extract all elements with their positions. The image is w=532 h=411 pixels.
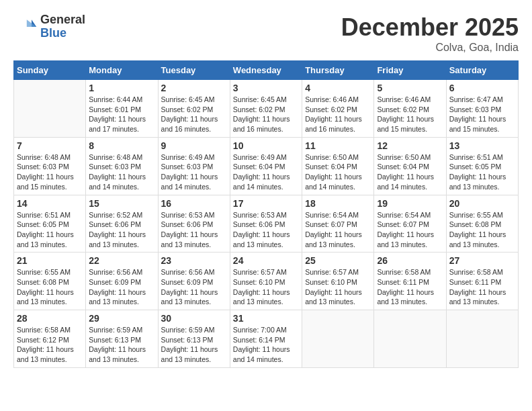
calendar-day: 29Sunrise: 6:59 AMSunset: 6:13 PMDayligh… — [86, 310, 158, 368]
calendar-day: 12Sunrise: 6:50 AMSunset: 6:04 PMDayligh… — [374, 137, 446, 195]
day-number: 19 — [377, 198, 443, 209]
calendar-day: 1Sunrise: 6:44 AMSunset: 6:01 PMDaylight… — [86, 80, 158, 138]
calendar-day: 3Sunrise: 6:45 AMSunset: 6:02 PMDaylight… — [230, 80, 302, 138]
header-monday: Monday — [86, 61, 158, 80]
day-info: Sunrise: 6:59 AMSunset: 6:13 PMDaylight:… — [89, 325, 154, 365]
logo-blue: Blue — [40, 26, 66, 40]
day-number: 24 — [233, 255, 299, 266]
day-info: Sunrise: 6:51 AMSunset: 6:05 PMDaylight:… — [449, 152, 515, 192]
header-tuesday: Tuesday — [158, 61, 230, 80]
day-number: 5 — [377, 83, 443, 93]
calendar-day: 24Sunrise: 6:57 AMSunset: 6:10 PMDayligh… — [230, 253, 302, 310]
day-info: Sunrise: 6:50 AMSunset: 6:04 PMDaylight:… — [377, 152, 443, 192]
day-number: 8 — [89, 140, 154, 151]
header-wednesday: Wednesday — [230, 61, 302, 80]
day-number: 29 — [89, 313, 154, 324]
day-info: Sunrise: 6:58 AMSunset: 6:11 PMDaylight:… — [449, 267, 515, 307]
calendar-day: 2Sunrise: 6:45 AMSunset: 6:02 PMDaylight… — [158, 80, 230, 138]
logo-general: General — [40, 13, 85, 26]
calendar-day: 5Sunrise: 6:46 AMSunset: 6:02 PMDaylight… — [374, 80, 446, 138]
day-info: Sunrise: 6:48 AMSunset: 6:03 PMDaylight:… — [89, 152, 154, 192]
day-number: 3 — [233, 83, 299, 93]
day-info: Sunrise: 6:51 AMSunset: 6:05 PMDaylight:… — [17, 210, 83, 250]
calendar-day: 10Sunrise: 6:49 AMSunset: 6:04 PMDayligh… — [230, 137, 302, 195]
day-number: 23 — [161, 255, 227, 266]
calendar-day: 6Sunrise: 6:47 AMSunset: 6:03 PMDaylight… — [446, 80, 518, 138]
day-info: Sunrise: 6:53 AMSunset: 6:06 PMDaylight:… — [161, 210, 227, 250]
calendar-day: 16Sunrise: 6:53 AMSunset: 6:06 PMDayligh… — [158, 195, 230, 253]
header-friday: Friday — [374, 61, 446, 80]
day-number: 1 — [89, 83, 154, 93]
calendar-day: 18Sunrise: 6:54 AMSunset: 6:07 PMDayligh… — [302, 195, 374, 253]
calendar-day: 27Sunrise: 6:58 AMSunset: 6:11 PMDayligh… — [446, 253, 518, 310]
header-sunday: Sunday — [14, 61, 86, 80]
day-info: Sunrise: 6:56 AMSunset: 6:09 PMDaylight:… — [89, 267, 154, 307]
day-info: Sunrise: 6:45 AMSunset: 6:02 PMDaylight:… — [233, 95, 299, 134]
calendar-day: 11Sunrise: 6:50 AMSunset: 6:04 PMDayligh… — [302, 137, 374, 195]
day-number: 9 — [161, 140, 227, 151]
day-number: 16 — [161, 198, 227, 209]
calendar-day: 26Sunrise: 6:58 AMSunset: 6:11 PMDayligh… — [374, 253, 446, 310]
calendar-day: 13Sunrise: 6:51 AMSunset: 6:05 PMDayligh… — [446, 137, 518, 195]
month-title: December 2025 — [341, 13, 519, 42]
day-info: Sunrise: 6:52 AMSunset: 6:06 PMDaylight:… — [89, 210, 154, 250]
calendar-day — [302, 310, 374, 368]
calendar-day: 21Sunrise: 6:55 AMSunset: 6:08 PMDayligh… — [14, 253, 86, 310]
calendar-week-2: 7Sunrise: 6:48 AMSunset: 6:03 PMDaylight… — [14, 137, 519, 195]
calendar-day: 19Sunrise: 6:54 AMSunset: 6:07 PMDayligh… — [374, 195, 446, 253]
calendar-day: 25Sunrise: 6:57 AMSunset: 6:10 PMDayligh… — [302, 253, 374, 310]
calendar-day: 28Sunrise: 6:58 AMSunset: 6:12 PMDayligh… — [14, 310, 86, 368]
day-number: 27 — [449, 255, 515, 266]
header-saturday: Saturday — [446, 61, 518, 80]
calendar-day: 14Sunrise: 6:51 AMSunset: 6:05 PMDayligh… — [14, 195, 86, 253]
calendar-day: 15Sunrise: 6:52 AMSunset: 6:06 PMDayligh… — [86, 195, 158, 253]
calendar-day: 22Sunrise: 6:56 AMSunset: 6:09 PMDayligh… — [86, 253, 158, 310]
calendar-day: 31Sunrise: 7:00 AMSunset: 6:14 PMDayligh… — [230, 310, 302, 368]
calendar-day: 9Sunrise: 6:49 AMSunset: 6:03 PMDaylight… — [158, 137, 230, 195]
day-info: Sunrise: 6:49 AMSunset: 6:04 PMDaylight:… — [233, 152, 299, 192]
day-number: 30 — [161, 313, 227, 324]
calendar-day — [446, 310, 518, 368]
day-info: Sunrise: 6:59 AMSunset: 6:13 PMDaylight:… — [161, 325, 227, 365]
day-number: 20 — [449, 198, 515, 209]
page-header: General Blue December 2025 Colva, Goa, I… — [13, 13, 519, 54]
calendar-day: 30Sunrise: 6:59 AMSunset: 6:13 PMDayligh… — [158, 310, 230, 368]
day-info: Sunrise: 6:46 AMSunset: 6:02 PMDaylight:… — [305, 95, 371, 134]
day-info: Sunrise: 6:55 AMSunset: 6:08 PMDaylight:… — [17, 267, 83, 307]
day-number: 11 — [305, 140, 371, 151]
calendar-day: 23Sunrise: 6:56 AMSunset: 6:09 PMDayligh… — [158, 253, 230, 310]
day-number: 17 — [233, 198, 299, 209]
day-number: 6 — [449, 83, 515, 93]
day-info: Sunrise: 6:48 AMSunset: 6:03 PMDaylight:… — [17, 152, 83, 192]
day-number: 25 — [305, 255, 371, 266]
calendar-day: 4Sunrise: 6:46 AMSunset: 6:02 PMDaylight… — [302, 80, 374, 138]
header-thursday: Thursday — [302, 61, 374, 80]
day-number: 2 — [161, 83, 227, 93]
day-info: Sunrise: 6:57 AMSunset: 6:10 PMDaylight:… — [305, 267, 371, 307]
day-info: Sunrise: 6:50 AMSunset: 6:04 PMDaylight:… — [305, 152, 371, 192]
day-info: Sunrise: 6:44 AMSunset: 6:01 PMDaylight:… — [89, 95, 154, 134]
day-number: 13 — [449, 140, 515, 151]
day-info: Sunrise: 6:47 AMSunset: 6:03 PMDaylight:… — [449, 95, 515, 134]
calendar-day: 17Sunrise: 6:53 AMSunset: 6:06 PMDayligh… — [230, 195, 302, 253]
day-number: 15 — [89, 198, 154, 209]
day-info: Sunrise: 6:56 AMSunset: 6:09 PMDaylight:… — [161, 267, 227, 307]
calendar-day: 20Sunrise: 6:55 AMSunset: 6:08 PMDayligh… — [446, 195, 518, 253]
calendar-week-1: 1Sunrise: 6:44 AMSunset: 6:01 PMDaylight… — [14, 80, 519, 138]
title-block: December 2025 Colva, Goa, India — [341, 13, 519, 54]
calendar-day: 8Sunrise: 6:48 AMSunset: 6:03 PMDaylight… — [86, 137, 158, 195]
day-info: Sunrise: 6:45 AMSunset: 6:02 PMDaylight:… — [161, 95, 227, 134]
day-info: Sunrise: 6:46 AMSunset: 6:02 PMDaylight:… — [377, 95, 443, 134]
day-info: Sunrise: 6:54 AMSunset: 6:07 PMDaylight:… — [305, 210, 371, 250]
day-number: 18 — [305, 198, 371, 209]
calendar-week-5: 28Sunrise: 6:58 AMSunset: 6:12 PMDayligh… — [14, 310, 519, 368]
day-number: 31 — [233, 313, 299, 324]
day-number: 14 — [17, 198, 83, 209]
logo-icon — [13, 15, 38, 39]
day-info: Sunrise: 6:58 AMSunset: 6:11 PMDaylight:… — [377, 267, 443, 307]
day-number: 12 — [377, 140, 443, 151]
day-info: Sunrise: 6:58 AMSunset: 6:12 PMDaylight:… — [17, 325, 83, 365]
day-number: 10 — [233, 140, 299, 151]
calendar-week-4: 21Sunrise: 6:55 AMSunset: 6:08 PMDayligh… — [14, 253, 519, 310]
calendar-week-3: 14Sunrise: 6:51 AMSunset: 6:05 PMDayligh… — [14, 195, 519, 253]
